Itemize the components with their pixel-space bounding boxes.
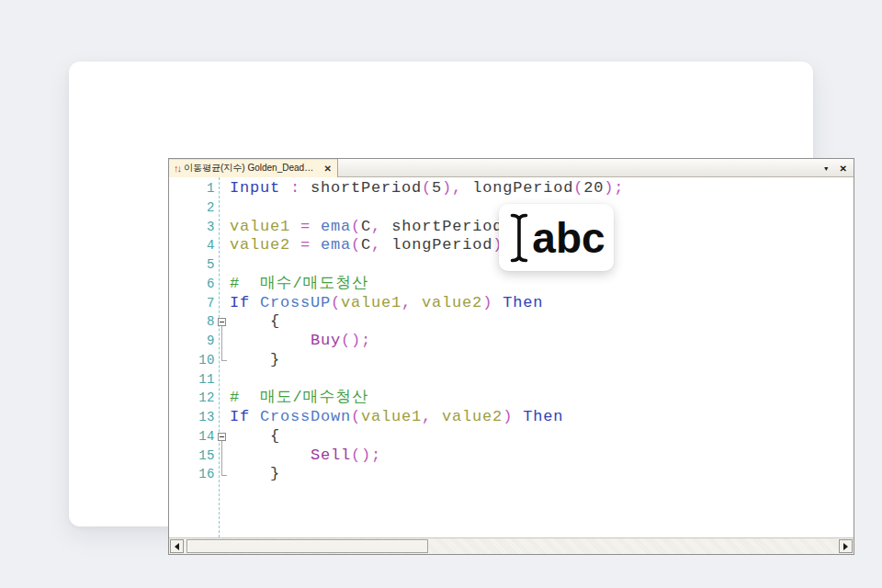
- tab-bar: ↑↓ 이동평균(지수) Golden_Dead<... ✕ ▼ ✕: [169, 159, 854, 177]
- fold-toggle[interactable]: [218, 318, 226, 326]
- fold-guide-end: [221, 475, 227, 476]
- fold-guide-end: [221, 360, 227, 361]
- window-close-icon[interactable]: ✕: [840, 164, 847, 174]
- text-cursor-badge: abc: [499, 204, 614, 271]
- text-cursor-icon: [507, 212, 531, 264]
- badge-label: abc: [532, 217, 605, 259]
- tab-script[interactable]: ↑↓ 이동평균(지수) Golden_Dead<... ✕: [169, 159, 338, 177]
- window-controls: ▼ ✕: [823, 159, 847, 177]
- fold-guide-line: [221, 441, 222, 475]
- horizontal-scrollbar[interactable]: [169, 537, 854, 554]
- scroll-right-button[interactable]: [839, 539, 853, 553]
- fold-toggle[interactable]: [218, 433, 226, 441]
- tab-close-icon[interactable]: ✕: [324, 164, 332, 174]
- fold-guide-line: [221, 326, 222, 360]
- tab-title: 이동평균(지수) Golden_Dead<...: [184, 162, 317, 175]
- scroll-right-icon: [843, 543, 848, 550]
- scroll-left-button[interactable]: [170, 539, 184, 553]
- scrollbar-thumb[interactable]: [187, 539, 428, 553]
- fold-minus-icon: [220, 436, 224, 437]
- scroll-left-icon: [175, 543, 179, 550]
- tab-list-dropdown-icon[interactable]: ▼: [823, 165, 830, 172]
- fold-minus-icon: [220, 322, 224, 322]
- content-card: ↑↓ 이동평균(지수) Golden_Dead<... ✕ ▼ ✕ 1Input…: [69, 62, 813, 526]
- updown-arrows-icon: ↑↓: [174, 164, 180, 174]
